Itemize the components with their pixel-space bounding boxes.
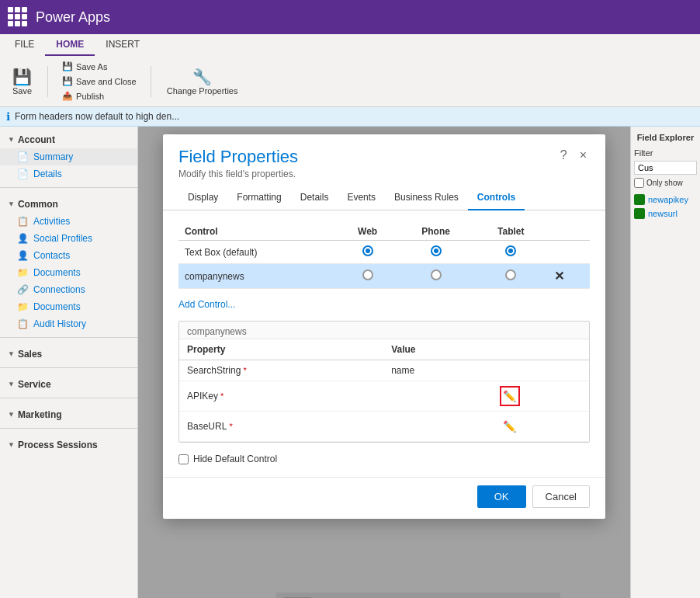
control-tablet-textbox[interactable]	[474, 241, 548, 264]
control-tablet-companynews[interactable]	[474, 264, 548, 289]
ribbon-content: 💾 Save 💾 Save As 💾 Save and Close 📤 Publ…	[0, 56, 700, 106]
tab-display[interactable]: Display	[178, 186, 227, 210]
sidebar-section-title-sales[interactable]: Sales	[0, 346, 137, 363]
sidebar-item-documents-1[interactable]: 📁 Documents	[0, 264, 137, 281]
edit-apikey-button[interactable]: ✏️	[500, 386, 520, 406]
sidebar-item-contacts[interactable]: 👤 Contacts	[0, 247, 137, 264]
tab-events[interactable]: Events	[338, 186, 385, 210]
cn-action-apikey[interactable]: ✏️	[492, 381, 589, 412]
save-button[interactable]: 💾 Save	[6, 64, 38, 99]
tab-controls[interactable]: Controls	[468, 186, 525, 210]
radio-tablet-textbox[interactable]	[505, 245, 516, 256]
control-delete-companynews[interactable]: ✕	[548, 264, 590, 289]
radio-phone-textbox[interactable]	[431, 245, 442, 256]
ribbon-divider-2	[151, 66, 151, 97]
tab-insert[interactable]: INSERT	[95, 34, 151, 56]
sidebar: Account 📄 Summary 📄 Details Common 📋 Act…	[0, 127, 138, 598]
companynews-section: companynews Property Value	[178, 321, 590, 443]
hide-default-row: Hide Default Control	[178, 454, 590, 464]
sidebar-section-title-account[interactable]: Account	[0, 131, 137, 148]
summary-icon: 📄	[17, 151, 29, 162]
tab-details[interactable]: Details	[291, 186, 338, 210]
tab-home[interactable]: HOME	[45, 34, 95, 56]
control-name-textbox: Text Box (default)	[178, 241, 338, 264]
radio-tablet-companynews[interactable]	[505, 269, 516, 280]
sidebar-section-title-marketing[interactable]: Marketing	[0, 406, 137, 423]
modal-title: Field Properties	[178, 147, 298, 167]
right-panel-filter-input[interactable]	[634, 161, 697, 175]
tab-business-rules[interactable]: Business Rules	[385, 186, 468, 210]
sidebar-section-title-process[interactable]: Process Sessions	[0, 436, 137, 454]
control-web-textbox[interactable]	[338, 241, 397, 264]
field-properties-modal: Field Properties Modify this field's pro…	[163, 134, 605, 519]
sidebar-item-activities[interactable]: 📋 Activities	[0, 213, 137, 230]
edit-baseurl-button[interactable]: ✏️	[500, 416, 520, 436]
sidebar-section-title-service[interactable]: Service	[0, 376, 137, 393]
modal-subtitle: Modify this field's properties.	[178, 169, 298, 179]
required-star-2: *	[218, 391, 224, 401]
apps-icon[interactable]	[8, 7, 28, 27]
connections-icon: 🔗	[17, 284, 29, 295]
help-button[interactable]: ?	[557, 147, 570, 164]
radio-phone-companynews[interactable]	[431, 269, 442, 280]
control-web-companynews[interactable]	[338, 264, 397, 289]
cn-value-baseurl	[383, 412, 492, 442]
change-props-icon: 🔧	[192, 68, 212, 86]
tab-formatting[interactable]: Formatting	[227, 186, 290, 210]
save-icon: 💾	[12, 68, 32, 86]
save-close-button[interactable]: 💾 Save and Close	[57, 74, 141, 89]
modal-title-block: Field Properties Modify this field's pro…	[178, 147, 298, 179]
publish-button[interactable]: 📤 Publish	[57, 89, 141, 103]
sidebar-section-title-common[interactable]: Common	[0, 196, 137, 213]
sidebar-section-sales: Sales	[0, 341, 137, 364]
cn-action-baseurl[interactable]: ✏️	[492, 412, 589, 442]
ribbon-small-group: 💾 Save As 💾 Save and Close 📤 Publish	[57, 59, 141, 103]
sidebar-section-account: Account 📄 Summary 📄 Details	[0, 127, 137, 184]
sidebar-divider-5	[0, 428, 137, 429]
content-area: Field Properties Modify this field's pro…	[138, 127, 630, 598]
cn-action-searchstring	[492, 360, 589, 381]
main-layout: Account 📄 Summary 📄 Details Common 📋 Act…	[0, 127, 700, 598]
sidebar-item-documents-2[interactable]: 📁 Documents	[0, 298, 137, 315]
save-as-button[interactable]: 💾 Save As	[57, 59, 141, 74]
sidebar-section-marketing: Marketing	[0, 402, 137, 425]
col-tablet: Tablet	[474, 223, 548, 241]
only-show-checkbox[interactable]	[634, 178, 644, 188]
close-modal-button[interactable]: ×	[577, 147, 590, 164]
ribbon-divider-1	[47, 66, 48, 97]
required-star-1: *	[241, 366, 246, 375]
social-icon: 👤	[17, 233, 29, 244]
cancel-button[interactable]: Cancel	[532, 485, 590, 508]
hide-default-checkbox[interactable]	[178, 454, 189, 464]
hide-default-label: Hide Default Control	[193, 454, 277, 464]
delete-companynews-button[interactable]: ✕	[554, 269, 564, 283]
only-show-label: Only show	[646, 179, 683, 187]
radio-web-textbox[interactable]	[362, 245, 373, 256]
col-control: Control	[178, 223, 338, 241]
control-phone-textbox[interactable]	[397, 241, 474, 264]
radio-web-companynews[interactable]	[362, 269, 373, 280]
control-row-companynews: companynews	[178, 264, 590, 289]
sidebar-item-audit[interactable]: 📋 Audit History	[0, 315, 137, 332]
right-panel-item-newapikey[interactable]: newapikey	[634, 193, 697, 207]
save-close-icon: 💾	[62, 76, 73, 86]
sidebar-item-summary[interactable]: 📄 Summary	[0, 148, 137, 165]
tab-file[interactable]: FILE	[4, 34, 45, 56]
sidebar-item-social-profiles[interactable]: 👤 Social Profiles	[0, 230, 137, 247]
details-icon: 📄	[17, 169, 29, 179]
control-phone-companynews[interactable]	[397, 264, 474, 289]
right-panel-title: Field Explorer	[634, 133, 697, 142]
modal-footer: OK Cancel	[163, 477, 605, 519]
docs-icon-1: 📁	[17, 267, 29, 278]
add-control-link[interactable]: Add Control...	[178, 299, 235, 310]
modal-body: Control Web Phone Tablet Text Box (defau…	[163, 210, 605, 477]
cn-row-searchstring: SearchString * name	[179, 360, 589, 381]
ok-button[interactable]: OK	[477, 485, 526, 508]
change-props-button[interactable]: 🔧 Change Properties	[161, 64, 244, 99]
cn-property-baseurl: BaseURL *	[179, 412, 383, 442]
field-icon-newapikey	[634, 194, 645, 205]
sidebar-item-connections[interactable]: 🔗 Connections	[0, 281, 137, 298]
sidebar-item-details[interactable]: 📄 Details	[0, 165, 137, 183]
right-panel-item-newsurl[interactable]: newsurl	[634, 207, 697, 221]
modal-header-actions: ? ×	[557, 147, 590, 164]
